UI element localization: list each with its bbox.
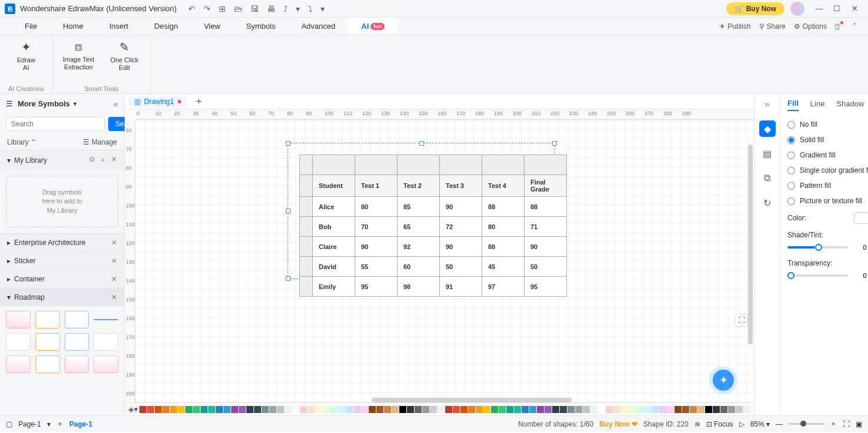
zoom-level[interactable]: 85% ▾ [750,420,770,428]
table-cell[interactable]: 91 [440,277,482,297]
menu-advanced[interactable]: Advanced [288,18,348,35]
color-swatch[interactable] [308,406,315,413]
color-swatch[interactable] [499,406,506,413]
color-swatch[interactable] [621,406,628,413]
color-swatch[interactable] [239,406,246,413]
table-cell[interactable]: 90 [440,197,482,217]
minimize-button[interactable]: — [810,4,828,13]
symbol-thumb[interactable] [35,333,60,351]
color-swatch[interactable] [170,406,177,413]
color-swatch[interactable] [522,406,529,413]
symbol-thumb[interactable] [94,333,118,351]
table-cell[interactable]: 95 [355,277,398,297]
canvas[interactable]: StudentTest 1Test 2Test 3Test 4Final Gra… [135,120,754,402]
color-swatch[interactable] [713,406,720,413]
page-selector[interactable]: Page-1 ▾ [18,420,51,428]
table-header-cell[interactable]: Final Grade [525,175,567,197]
table-cell[interactable]: 90 [440,237,482,257]
table-cell[interactable]: 65 [398,217,440,237]
color-swatch[interactable] [323,406,330,413]
color-swatch[interactable] [392,406,399,413]
color-swatch[interactable] [162,406,169,413]
publish-button[interactable]: ✈ Publish [719,22,750,31]
table-cell[interactable]: 45 [482,257,525,277]
history-tab-icon[interactable]: ↻ [759,194,776,211]
color-swatch[interactable] [277,406,284,413]
table-cell[interactable]: Emily [313,277,355,297]
fit-page-icon[interactable]: ⛶ [843,420,850,428]
color-swatch[interactable] [147,406,154,413]
col-header[interactable] [440,155,482,175]
table-cell[interactable]: 88 [525,197,567,217]
color-swatch[interactable] [468,406,475,413]
table-cell[interactable]: 60 [398,257,440,277]
redo-icon[interactable]: ↷ [203,4,211,14]
color-swatch[interactable] [728,406,735,413]
table-cell[interactable]: 70 [355,217,398,237]
color-swatch[interactable] [560,406,567,413]
table-row[interactable]: Alice8085908888 [300,197,567,217]
color-swatch[interactable] [682,406,689,413]
color-swatch[interactable] [545,406,552,413]
color-picker[interactable] [854,212,868,224]
table-cell[interactable]: 98 [398,277,440,297]
new-icon[interactable]: ⊞ [219,4,226,14]
close-category-icon[interactable]: ✕ [111,257,117,265]
color-swatch[interactable] [178,406,185,413]
table-cell[interactable]: 71 [525,217,567,237]
color-swatch[interactable] [315,406,322,413]
table-header-cell[interactable]: Test 3 [440,175,482,197]
new-folder-icon[interactable]: ⧉ [89,155,95,165]
color-swatch[interactable] [139,406,146,413]
close-category-icon[interactable]: ✕ [111,275,117,283]
collapse-ribbon-icon[interactable]: ˄ [853,22,856,31]
qat-dropdown2-icon[interactable]: ▾ [321,4,325,14]
buy-now-button[interactable]: 🛒 Buy Now [726,2,784,15]
import-icon[interactable]: ⤵ [308,4,312,14]
status-buy-now[interactable]: Buy Now ❤ [599,420,637,428]
transparency-slider[interactable] [787,274,848,277]
symbol-thumb[interactable] [65,355,89,373]
category-my-library[interactable]: ▾My Library ⧉＋✕ [0,150,124,170]
symbol-thumb[interactable] [6,311,31,328]
category-roadmap[interactable]: ▾Roadmap✕ [0,288,124,306]
table-cell[interactable]: 50 [525,257,567,277]
color-swatch[interactable] [353,406,360,413]
col-header[interactable] [398,155,440,175]
category-enterprise[interactable]: ▸Enterprise Architecture✕ [0,233,124,251]
color-swatch[interactable] [346,406,353,413]
one-click-edit-button[interactable]: ✎ One Click Edit [107,40,142,84]
color-swatch[interactable] [652,406,659,413]
table-cell[interactable]: 95 [525,277,567,297]
color-swatch[interactable] [690,406,697,413]
col-header[interactable] [482,155,525,175]
close-category-icon[interactable]: ✕ [111,155,117,165]
data-table[interactable]: StudentTest 1Test 2Test 3Test 4Final Gra… [299,155,567,297]
col-header[interactable] [355,155,398,175]
color-swatch[interactable] [453,406,460,413]
resize-handle[interactable] [286,141,291,146]
zoom-out-button[interactable]: — [776,420,783,428]
zoom-slider[interactable] [789,423,824,425]
color-swatch[interactable] [231,406,238,413]
page-layout-icon[interactable]: ▢ [6,420,12,428]
color-swatch[interactable] [491,406,498,413]
library-label[interactable]: Library ⌃ [7,138,36,146]
color-swatch[interactable] [705,406,712,413]
color-swatch[interactable] [369,406,376,413]
col-header[interactable] [525,155,567,175]
fill-option-none[interactable]: No fill [787,117,868,132]
color-swatch[interactable] [720,406,727,413]
edraw-ai-button[interactable]: ✦ Edraw AI [8,40,44,84]
fill-option-single-gradient[interactable]: Single color gradient fill [787,163,868,178]
table-row[interactable]: David5560504550 [300,257,567,277]
qat-dropdown-icon[interactable]: ▾ [296,4,300,14]
presentation-icon[interactable]: ▷ [739,420,745,428]
print-icon[interactable]: 🖶 [267,4,275,14]
color-swatch[interactable] [667,406,674,413]
color-swatch[interactable] [285,406,292,413]
maximize-button[interactable]: ☐ [828,4,846,13]
table-cell[interactable]: 90 [355,237,398,257]
color-swatch[interactable] [514,406,521,413]
color-swatch[interactable] [376,406,383,413]
